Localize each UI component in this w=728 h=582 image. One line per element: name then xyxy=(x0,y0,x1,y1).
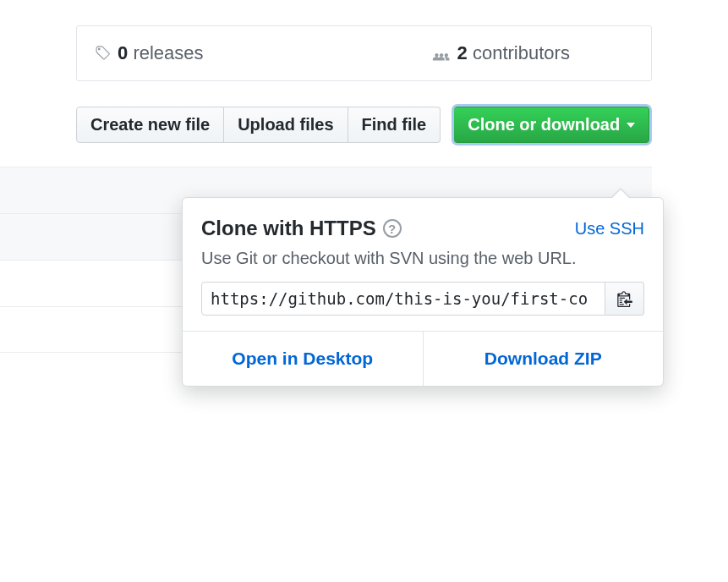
find-file-button[interactable]: Find file xyxy=(348,107,441,143)
tag-icon xyxy=(94,45,111,62)
file-toolbar: Create new file Upload files Find file C… xyxy=(76,107,652,143)
contributors-count: 2 xyxy=(457,42,468,63)
caret-down-icon xyxy=(627,123,635,128)
clone-download-button[interactable]: Clone or download xyxy=(454,107,649,143)
repo-stats-bar: 0 releases 2 contributors xyxy=(76,25,652,81)
clipboard-icon xyxy=(617,290,632,307)
people-icon xyxy=(429,45,451,62)
upload-files-button[interactable]: Upload files xyxy=(224,107,348,143)
copy-url-button[interactable] xyxy=(605,282,644,316)
clone-popover-title: Clone with HTTPS ? xyxy=(201,217,402,240)
clone-title-text: Clone with HTTPS xyxy=(201,217,376,240)
clone-url-input[interactable] xyxy=(201,282,605,316)
clone-description: Use Git or checkout with SVN using the w… xyxy=(201,249,644,268)
clone-popover: Clone with HTTPS ? Use SSH Use Git or ch… xyxy=(182,197,664,387)
use-ssh-link[interactable]: Use SSH xyxy=(575,219,644,239)
create-new-file-button[interactable]: Create new file xyxy=(76,107,224,143)
clone-download-label: Clone or download xyxy=(468,115,620,135)
contributors-stat[interactable]: 2 contributors xyxy=(364,42,635,64)
contributors-label: contributors xyxy=(473,42,570,63)
releases-stat[interactable]: 0 releases xyxy=(94,42,364,64)
help-icon[interactable]: ? xyxy=(383,219,402,238)
releases-label: releases xyxy=(133,42,203,63)
download-zip-button[interactable]: Download ZIP xyxy=(423,332,664,386)
releases-count: 0 xyxy=(118,42,128,63)
open-in-desktop-button[interactable]: Open in Desktop xyxy=(183,332,423,386)
